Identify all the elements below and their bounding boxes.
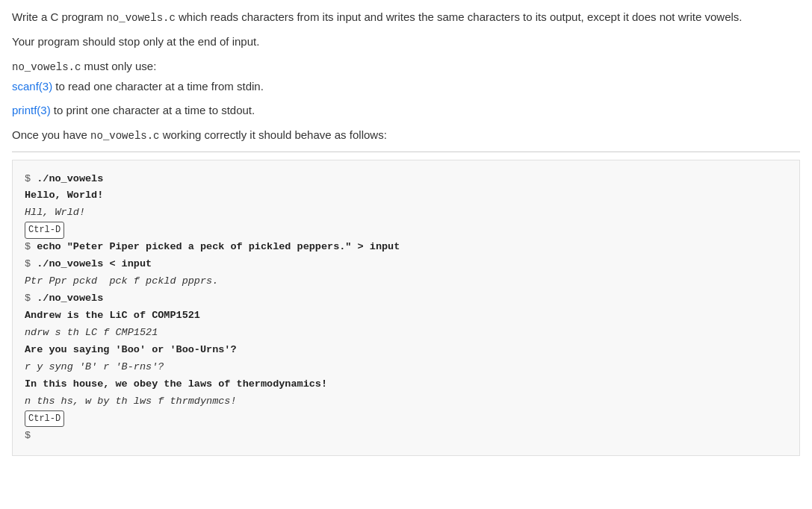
scanf-link[interactable]: scanf(3) (12, 80, 52, 93)
cmd-echo: echo "Peter Piper picked a peck of pickl… (37, 241, 400, 252)
code-line-8: $ ./no_vowels (25, 290, 787, 307)
code-example-block: $ ./no_vowels Hello, World! Hll, Wrld! C… (12, 160, 800, 456)
code-line-2: Hello, World! (25, 187, 787, 204)
intro-text-1a: Write a C program (12, 10, 106, 23)
prompt-2: $ (25, 241, 37, 252)
code-line-6: $ ./no_vowels < input (25, 256, 787, 273)
input-thermodynamics: In this house, we obey the laws of therm… (25, 378, 327, 390)
code-line-5: $ echo "Peter Piper picked a peck of pic… (25, 239, 787, 256)
ctrl-d-2: Ctrl-D (25, 410, 64, 427)
code-line-10: ndrw s th LC f CMP1521 (25, 325, 787, 342)
code-line-4: Ctrl-D (25, 222, 787, 239)
scanf-desc: to read one character at a time from std… (52, 80, 264, 93)
intro-paragraph-2: Your program should stop only at the end… (12, 34, 800, 51)
no-vowels-code-2: no_vowels.c (12, 61, 81, 73)
output-hll: Hll, Wrld! (25, 207, 85, 218)
prompt-4: $ (25, 293, 37, 304)
code-line-11: Are you saying 'Boo' or 'Boo-Urns'? (25, 342, 787, 359)
ctrl-d-1: Ctrl-D (25, 222, 64, 238)
input-andrew: Andrew is the LiC of COMP1521 (25, 310, 200, 321)
printf-line: printf(3) to print one character at a ti… (12, 102, 800, 119)
code-line-3: Hll, Wrld! (25, 204, 787, 222)
must-use-label: no_vowels.c must only use: (12, 58, 800, 75)
printf-link[interactable]: printf(3) (12, 104, 51, 116)
intro-text-4b: working correctly it should behave as fo… (160, 128, 387, 141)
intro-paragraph-4: Once you have no_vowels.c working correc… (12, 127, 800, 144)
code-line-1: $ ./no_vowels (25, 171, 787, 188)
output-r-y-syng: r y syng 'B' r 'B-rns'? (25, 361, 164, 372)
intro-text-1b: which reads characters from its input an… (176, 10, 743, 23)
code-line-15: Ctrl-D (25, 410, 787, 428)
prompt-5: $ (25, 430, 31, 441)
no-vowels-code-1: no_vowels.c (106, 12, 175, 24)
prompt-3: $ (25, 258, 37, 269)
cmd-no-vowels-redirect: ./no_vowels < input (37, 258, 152, 269)
no-vowels-code-3: no_vowels.c (90, 130, 159, 142)
main-content: Write a C program no_vowels.c which read… (12, 9, 800, 456)
code-line-12: r y syng 'B' r 'B-rns'? (25, 359, 787, 376)
output-n-ths: n ths hs, w by th lws f thrmdynmcs! (25, 396, 237, 407)
output-ptr: Ptr Ppr pckd pck f pckld ppprs. (25, 275, 218, 287)
intro-paragraph-1: Write a C program no_vowels.c which read… (12, 9, 800, 26)
code-line-16: $ (25, 428, 787, 445)
divider (12, 152, 800, 152)
must-use-text: must only use: (81, 60, 156, 72)
code-line-9: Andrew is the LiC of COMP1521 (25, 307, 787, 325)
cmd-no-vowels-2: ./no_vowels (37, 293, 103, 304)
input-boo: Are you saying 'Boo' or 'Boo-Urns'? (25, 344, 237, 355)
code-line-7: Ptr Ppr pckd pck f pckld ppprs. (25, 273, 787, 290)
scanf-line: scanf(3) to read one character at a time… (12, 78, 800, 96)
code-line-13: In this house, we obey the laws of therm… (25, 376, 787, 393)
output-ndrw: ndrw s th LC f CMP1521 (25, 327, 158, 338)
input-hello: Hello, World! (25, 190, 103, 201)
intro-text-4a: Once you have (12, 128, 90, 141)
code-line-14: n ths hs, w by th lws f thrmdynmcs! (25, 393, 787, 410)
prompt-1: $ (25, 173, 37, 184)
printf-desc: to print one character at a time to stdo… (51, 104, 255, 116)
cmd-no-vowels-1: ./no_vowels (37, 173, 103, 184)
